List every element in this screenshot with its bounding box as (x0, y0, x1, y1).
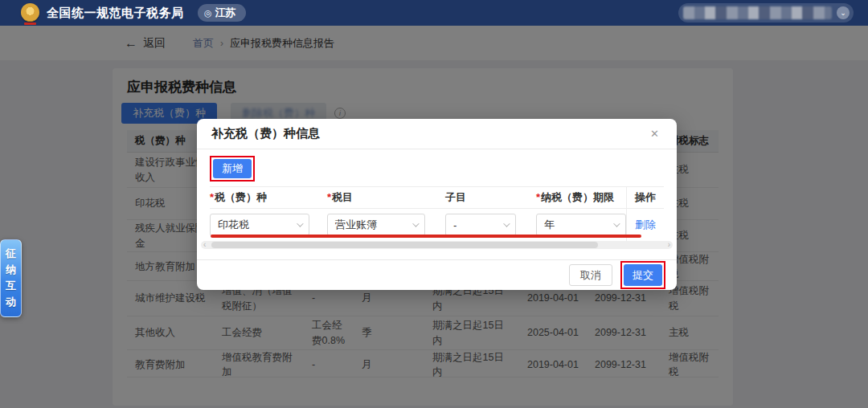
region-badge[interactable]: ◎ 江苏 (198, 4, 246, 22)
chevron-down-icon: ⌄ (837, 6, 850, 19)
form-header-tax: *税（费）种 (210, 190, 327, 205)
form-header-subitem: 子目 (445, 190, 536, 205)
scrollbar-thumb[interactable] (211, 242, 598, 248)
chevron-down-icon (613, 220, 620, 226)
scroll-left-icon[interactable]: ‹ (203, 240, 206, 249)
horizontal-scrollbar[interactable]: ‹ › (201, 241, 673, 249)
close-button[interactable]: ✕ (647, 126, 662, 141)
chevron-down-icon (297, 220, 303, 226)
form-header-action: 操作 (626, 187, 664, 208)
tax-type-select[interactable]: 印花税 (210, 214, 309, 236)
float-tab-char: 互 (6, 279, 16, 293)
region-label: 江苏 (215, 6, 236, 20)
tax-item-select[interactable]: 营业账簿 (327, 214, 425, 236)
redacted-user-info (683, 6, 832, 19)
dialog-title: 补充税（费）种信息 (211, 126, 320, 141)
supplement-tax-dialog: 补充税（费）种信息 ✕ 新增 *税（费）种 *税目 子目 *纳税（费）期限 操作… (197, 119, 677, 290)
form-header-period: *纳税（费）期限 (536, 190, 626, 205)
submit-annotation-box: 提交 (620, 261, 665, 289)
add-annotation-box: 新增 (210, 156, 255, 182)
cancel-button[interactable]: 取消 (569, 264, 612, 286)
topbar: 全国统一规范电子税务局 ◎ 江苏 ⌄ (0, 0, 868, 26)
app-title: 全国统一规范电子税务局 (47, 0, 184, 26)
dialog-body: 新增 *税（费）种 *税目 子目 *纳税（费）期限 操作 印花税 营业账簿 - (197, 149, 677, 241)
form-header-item: *税目 (327, 190, 445, 205)
float-tab-char: 动 (6, 296, 16, 309)
dialog-header: 补充税（费）种信息 ✕ (197, 119, 677, 149)
chevron-down-icon (503, 220, 510, 226)
add-button[interactable]: 新增 (213, 159, 252, 178)
sub-item-select[interactable]: - (445, 214, 516, 236)
form-header-row: *税（费）种 *税目 子目 *纳税（费）期限 操作 (210, 186, 664, 209)
tax-period-select[interactable]: 年 (536, 214, 626, 236)
float-tab-char: 纳 (6, 263, 16, 277)
close-icon: ✕ (650, 128, 659, 140)
delete-row-link[interactable]: 删除 (635, 218, 656, 232)
submit-button[interactable]: 提交 (624, 264, 662, 286)
interaction-float-tab[interactable]: 征纳互动 (0, 239, 22, 317)
float-tab-char: 征 (6, 247, 16, 261)
location-pin-icon: ◎ (204, 8, 212, 18)
scroll-right-icon[interactable]: › (668, 240, 670, 249)
account-redacted[interactable]: ⌄ (678, 3, 854, 22)
dialog-footer: 取消 提交 (197, 259, 677, 290)
red-underline-annotation (211, 235, 641, 238)
app-root: 全国统一规范电子税务局 ◎ 江苏 ⌄ ← 返回 首页 › 应申报税费种信息报告 … (0, 0, 868, 408)
gov-emblem-logo (21, 3, 39, 22)
chevron-down-icon (412, 220, 419, 226)
